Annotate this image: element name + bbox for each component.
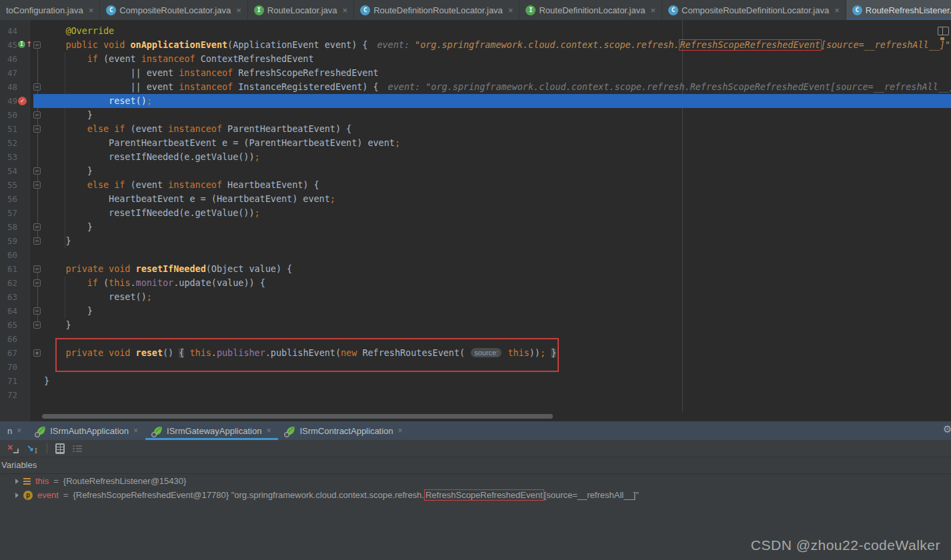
fold-marker-icon[interactable]: − <box>33 83 41 91</box>
editor-tab[interactable]: IRouteDefinitionLocator.java× <box>520 0 662 20</box>
code-text[interactable]: private void reset() { this.publisher.pu… <box>44 346 556 360</box>
fold-marker-icon[interactable]: − <box>33 125 41 133</box>
code-line[interactable]: 50− } <box>0 108 951 122</box>
breakpoint-icon[interactable]: ✓ <box>18 97 27 105</box>
fold-marker-icon[interactable]: + <box>33 349 41 357</box>
close-icon[interactable]: × <box>133 426 138 435</box>
code-text[interactable]: resetIfNeeded(e.getValue()); <box>44 206 260 220</box>
evaluate-expression-icon[interactable] <box>55 443 65 454</box>
fold-marker-icon[interactable]: − <box>33 41 41 49</box>
editor-tab[interactable]: toConfiguration.java× <box>0 0 100 20</box>
code-line[interactable]: 61− private void resetIfNeeded(Object va… <box>0 262 951 276</box>
code-text[interactable]: } <box>44 374 49 388</box>
code-line[interactable]: 49✓ reset(); <box>0 94 951 108</box>
debug-tab[interactable]: n× <box>0 421 29 440</box>
code-text[interactable]: else if (event instanceof HeartbeatEvent… <box>44 178 319 192</box>
fold-marker-icon[interactable]: − <box>33 111 41 119</box>
expand-chevron-icon[interactable] <box>15 493 19 498</box>
code-line[interactable]: 59− } <box>0 234 951 248</box>
code-text[interactable]: } <box>44 234 71 248</box>
fold-marker-icon[interactable]: − <box>33 223 41 231</box>
gear-icon[interactable]: ⚙ <box>943 423 951 435</box>
debug-tab[interactable]: ISrmContractApplication× <box>278 421 409 440</box>
interface-icon: I <box>254 5 264 15</box>
horizontal-scrollbar[interactable] <box>42 414 553 419</box>
editor-tab[interactable]: CRouteRefreshListener.java× <box>846 0 951 20</box>
code-line[interactable]: 56 HeartbeatEvent e = (HeartbeatEvent) e… <box>0 192 951 206</box>
code-line[interactable]: 67+ private void reset() { this.publishe… <box>0 346 951 360</box>
code-line[interactable]: 57 resetIfNeeded(e.getValue()); <box>0 206 951 220</box>
code-text[interactable]: || event instanceof RefreshScopeRefreshe… <box>44 66 379 80</box>
fold-marker-icon[interactable]: − <box>33 181 41 189</box>
editor-tab[interactable]: CCompositeRouteDefinitionLocator.java× <box>662 0 846 20</box>
expand-chevron-icon[interactable] <box>15 479 19 484</box>
variable-row[interactable]: pevent = {RefreshScopeRefreshedEvent@177… <box>0 488 951 502</box>
code-line[interactable]: 44 @Override <box>0 24 951 38</box>
override-marker-icon[interactable]: I↑ <box>18 41 32 48</box>
code-line[interactable]: 72 <box>0 388 951 402</box>
code-line[interactable]: 71} <box>0 374 951 388</box>
fold-marker-icon[interactable]: − <box>33 279 41 287</box>
code-line[interactable]: 62− if (this.monitor.update(value)) { <box>0 276 951 290</box>
close-icon[interactable]: × <box>236 5 241 15</box>
code-line[interactable]: 70 <box>0 360 951 374</box>
code-text[interactable]: private void resetIfNeeded(Object value)… <box>44 262 292 276</box>
code-text[interactable]: @Override <box>44 24 114 38</box>
code-line[interactable]: 52 ParentHeartbeatEvent e = (ParentHeart… <box>0 136 951 150</box>
code-text[interactable]: } <box>44 318 71 332</box>
code-line[interactable]: 63 reset(); <box>0 290 951 304</box>
code-text[interactable]: reset(); <box>44 94 152 108</box>
code-text[interactable]: else if (event instanceof ParentHeartbea… <box>44 122 351 136</box>
code-text[interactable]: public void onApplicationEvent(Applicati… <box>44 38 950 52</box>
fold-marker-icon[interactable]: − <box>33 237 41 245</box>
code-text[interactable]: resetIfNeeded(e.getValue()); <box>44 150 260 164</box>
close-icon[interactable]: × <box>17 426 21 435</box>
add-inline-watch-icon[interactable]: ↘ I <box>27 443 39 455</box>
close-icon[interactable]: × <box>398 426 403 435</box>
remove-watch-icon[interactable]: × <box>7 443 19 455</box>
code-line[interactable]: 48− || event instanceof InstanceRegister… <box>0 80 951 94</box>
code-line[interactable]: 54− } <box>0 164 951 178</box>
code-line[interactable]: 58− } <box>0 220 951 234</box>
editor-tab[interactable]: CRouteDefinitionRouteLocator.java× <box>354 0 520 20</box>
code-text[interactable]: HeartbeatEvent e = (HeartbeatEvent) even… <box>44 192 335 206</box>
code-line[interactable]: 45I↑− public void onApplicationEvent(App… <box>0 38 951 52</box>
code-text[interactable]: } <box>44 304 93 318</box>
code-text[interactable]: if (event instanceof ContextRefreshedEve… <box>44 52 314 66</box>
close-icon[interactable]: × <box>266 426 271 435</box>
code-editor[interactable]: 44 @Override45I↑− public void onApplicat… <box>0 20 951 421</box>
code-text[interactable]: } <box>44 220 93 234</box>
close-icon[interactable]: × <box>834 5 840 15</box>
close-icon[interactable]: × <box>650 5 656 15</box>
code-line[interactable]: 51− else if (event instanceof ParentHear… <box>0 122 951 136</box>
editor-tab[interactable]: IRouteLocator.java× <box>248 0 354 20</box>
code-line[interactable]: 64− } <box>0 304 951 318</box>
code-text[interactable]: || event instanceof InstanceRegisteredEv… <box>44 80 951 94</box>
editor-tab[interactable]: CCompositeRouteLocator.java× <box>100 0 248 20</box>
fold-marker-icon[interactable]: − <box>33 167 41 175</box>
hint-part: [source=__refreshAll__]" <box>821 40 950 50</box>
variable-row[interactable]: this = {RouteRefreshListener@15430} <box>0 474 951 488</box>
code-line[interactable]: 55− else if (event instanceof HeartbeatE… <box>0 178 951 192</box>
code-text[interactable]: if (this.monitor.update(value)) { <box>44 276 265 290</box>
code-text[interactable]: } <box>44 108 93 122</box>
code-text[interactable]: ParentHeartbeatEvent e = (ParentHeartbea… <box>44 136 400 150</box>
debug-tab[interactable]: ISrmAuthApplication× <box>29 421 145 440</box>
code-line[interactable]: 65− } <box>0 318 951 332</box>
code-line[interactable]: 53 resetIfNeeded(e.getValue()); <box>0 150 951 164</box>
debug-tab[interactable]: ISrmGatewayApplication× <box>145 421 278 440</box>
fold-marker-icon[interactable]: − <box>33 265 41 273</box>
fold-marker-icon[interactable]: − <box>33 307 41 315</box>
reader-mode-icon[interactable] <box>938 27 949 35</box>
close-icon[interactable]: × <box>508 5 514 15</box>
code-text[interactable]: reset(); <box>44 290 152 304</box>
fold-marker-icon[interactable]: − <box>33 321 41 329</box>
close-icon[interactable]: × <box>89 5 94 15</box>
code-line[interactable]: 60 <box>0 248 951 262</box>
code-line[interactable]: 46 if (event instanceof ContextRefreshed… <box>0 52 951 66</box>
code-line[interactable]: 66 <box>0 332 951 346</box>
code-text[interactable]: } <box>44 164 93 178</box>
close-icon[interactable]: × <box>343 5 348 15</box>
code-line[interactable]: 47 || event instanceof RefreshScopeRefre… <box>0 66 951 80</box>
view-options-icon[interactable] <box>73 445 82 452</box>
